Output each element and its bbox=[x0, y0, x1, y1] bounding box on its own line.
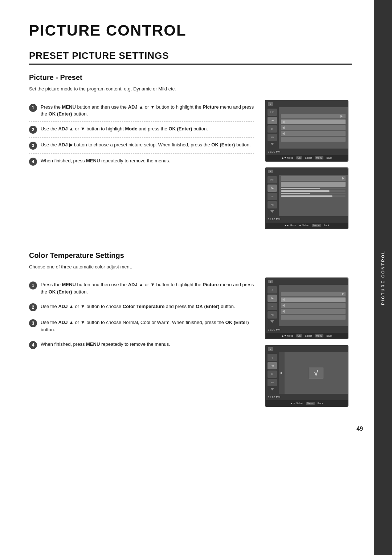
color-tv-screen-area-1: ⚙ Pic 10 AB bbox=[266, 285, 348, 326]
subsection2-title: Color Temperature Settings bbox=[29, 251, 352, 260]
color-step-4: 4 When finished, press MENU repeatedly t… bbox=[29, 337, 254, 353]
tv-icon-3: 10 bbox=[268, 125, 277, 133]
tv-icon-1: Hifi bbox=[268, 109, 277, 116]
tv-fill-3 bbox=[281, 193, 310, 194]
color-ctrl-move: ▲▼ Move bbox=[281, 335, 293, 337]
tv-screen-area-2: Hifi Pic 10 AB bbox=[266, 175, 348, 216]
tv-bar-2 bbox=[281, 190, 346, 192]
tv-top-bar-1: ▲ bbox=[266, 101, 348, 107]
color-step-circle-3: 3 bbox=[29, 319, 37, 327]
tv-time-2: 11:20 PM bbox=[268, 218, 280, 221]
color-tv-controls-1: ▲▼ Move OK Select Menu Back bbox=[266, 333, 348, 339]
tv-ctrl-menu: Menu bbox=[315, 156, 324, 159]
color-tv-top-bar-2: ▲ bbox=[266, 346, 348, 352]
tv-ctrl2-menu: Menu bbox=[312, 224, 321, 227]
tv-sub-item-2 bbox=[281, 182, 346, 187]
color-step-2-text: Use the ADJ ▲ or ▼ button to choose Colo… bbox=[41, 303, 254, 310]
color-tv-arrow-left-3 bbox=[282, 310, 285, 313]
preset-step-1-text: Press the MENU button and then use the A… bbox=[41, 104, 254, 118]
color-tv-menu-area-1 bbox=[279, 285, 348, 326]
color-tv-menu-item-3 bbox=[281, 303, 346, 308]
color-tv-icon-4: AB bbox=[268, 311, 277, 319]
color-section-row: 1 Press the MENU button and then use the… bbox=[29, 278, 352, 407]
tv-menu-item-1 bbox=[281, 114, 346, 118]
tv-fill-1 bbox=[281, 188, 320, 189]
tv-arrow-right-1 bbox=[340, 115, 343, 118]
step-circle-4: 4 bbox=[29, 158, 37, 166]
color-tv-time-bar-1: 11:20 PM bbox=[266, 326, 348, 333]
color-step-4-text: When finished, press MENU repeatedly to … bbox=[41, 341, 254, 348]
preset-step-2-text: Use the ADJ ▲ or ▼ button to highlight M… bbox=[41, 125, 254, 133]
tv-bar-1 bbox=[281, 188, 346, 189]
tv-bar-3 bbox=[281, 193, 346, 194]
tv-controls-2: ◄► Move ► Select Menu Back bbox=[266, 223, 348, 228]
tv-ctrl-move: ▲▼ Move bbox=[281, 157, 293, 159]
preset-step-3: 3 Use the ADJ ▶ button to choose a prese… bbox=[29, 138, 254, 154]
color-steps-column: 1 Press the MENU button and then use the… bbox=[29, 278, 254, 407]
color-screen-1: ▲ ⚙ Pic 10 AB bbox=[265, 278, 348, 339]
tv-icon-2c: 10 bbox=[268, 193, 277, 200]
subsection2-desc: Choose one of three automatic color adju… bbox=[29, 263, 352, 271]
tv-track-1 bbox=[281, 188, 346, 189]
tv-arrow-left-3 bbox=[282, 132, 285, 135]
tv-menu-item-4 bbox=[281, 131, 346, 136]
color-step-circle-4: 4 bbox=[29, 341, 37, 349]
color-tv-menu-item-4 bbox=[281, 309, 346, 314]
tv-track-2 bbox=[281, 190, 346, 192]
color-tv-icon-2: Pic bbox=[268, 295, 277, 302]
page-number: 49 bbox=[356, 426, 363, 432]
color-ctrl-ok: OK bbox=[296, 334, 302, 337]
color-ctrl-back: Back bbox=[326, 335, 332, 337]
separator-1 bbox=[29, 244, 352, 244]
tv-top-bar-2: ▲ bbox=[266, 168, 348, 175]
step-circle-3: 3 bbox=[29, 142, 37, 150]
color-tv-icon-2a: ⚙ bbox=[268, 354, 277, 361]
color-tv-time-2: 11:20 PM bbox=[268, 396, 280, 399]
tv-fill-4 bbox=[281, 195, 332, 197]
tv-track-4 bbox=[281, 195, 346, 197]
color-ctrl2-menu: Menu bbox=[306, 402, 315, 405]
color-tv-time-bar-2: 11:20 PM bbox=[266, 394, 348, 400]
subsection1-title: Picture - Preset bbox=[29, 73, 352, 82]
preset-screen-1: ▲ Hifi Pic 10 AB bbox=[265, 100, 348, 162]
color-step-3: 3 Use the ADJ ▲ or ▼ button to choose No… bbox=[29, 315, 254, 337]
section1-title: PRESET PICTURE SETTINGS bbox=[29, 50, 352, 65]
sidebar-label: PICTURE CONTROL bbox=[381, 250, 385, 305]
tv-arrow-left-1 bbox=[282, 121, 285, 123]
tv-menu-item-3 bbox=[281, 125, 346, 130]
color-tv-screen-area-2: ⚙ Pic 10 AB bbox=[266, 352, 348, 394]
color-ctrl-menu: Menu bbox=[315, 334, 324, 337]
preset-step-2: 2 Use the ADJ ▲ or ▼ button to highlight… bbox=[29, 122, 254, 138]
tv-ctrl-back: Back bbox=[326, 157, 332, 159]
color-step-1: 1 Press the MENU button and then use the… bbox=[29, 278, 254, 299]
subsection1-desc: Set the picture mode to the program cont… bbox=[29, 85, 352, 93]
tv-ctrl-ok: OK bbox=[296, 156, 302, 159]
tv-time-1: 11:20 PM bbox=[268, 150, 280, 153]
color-tv-arrow-left-1 bbox=[282, 298, 285, 301]
color-step-circle-2: 2 bbox=[29, 303, 37, 311]
tv-fill-2 bbox=[281, 190, 330, 192]
color-screen-2: ▲ ⚙ Pic 10 AB bbox=[265, 345, 348, 407]
color-step-2: 2 Use the ADJ ▲ or ▼ button to choose Co… bbox=[29, 299, 254, 315]
step-circle-2: 2 bbox=[29, 126, 37, 134]
color-tv-left-panel bbox=[279, 352, 285, 394]
preset-step-4: 4 When finished, press MENU repeatedly t… bbox=[29, 154, 254, 169]
tv-menu-item-5 bbox=[281, 137, 346, 142]
color-tv-icon-3: 10 bbox=[268, 303, 277, 310]
tv-sidebar-2: Hifi Pic 10 AB bbox=[266, 175, 279, 216]
color-tv-top-bar-1: ▲ bbox=[266, 278, 348, 285]
tv-controls-1: ▲▼ Move OK Select Menu Back bbox=[266, 155, 348, 161]
preset-screen-2: ▲ Hifi Pic 10 AB bbox=[265, 167, 348, 229]
color-tv-arrow-main bbox=[280, 372, 282, 374]
color-tv-icon-1: ⚙ bbox=[268, 286, 277, 293]
tv-menu-item-2 bbox=[281, 119, 346, 124]
tv-menu-area-1 bbox=[279, 107, 348, 149]
color-tv-menu-item-5 bbox=[281, 315, 346, 320]
preset-section-row: 1 Press the MENU button and then use the… bbox=[29, 100, 352, 229]
color-ctrl-select: Select bbox=[305, 335, 312, 337]
preset-steps-column: 1 Press the MENU button and then use the… bbox=[29, 100, 254, 229]
preset-step-3-text: Use the ADJ ▶ button to choose a preset … bbox=[41, 141, 254, 149]
preset-step-4-text: When finished, press MENU repeatedly to … bbox=[41, 157, 254, 165]
tv-icon-2b: Pic bbox=[268, 185, 277, 192]
color-step-1-text: Press the MENU button and then use the A… bbox=[41, 281, 254, 295]
